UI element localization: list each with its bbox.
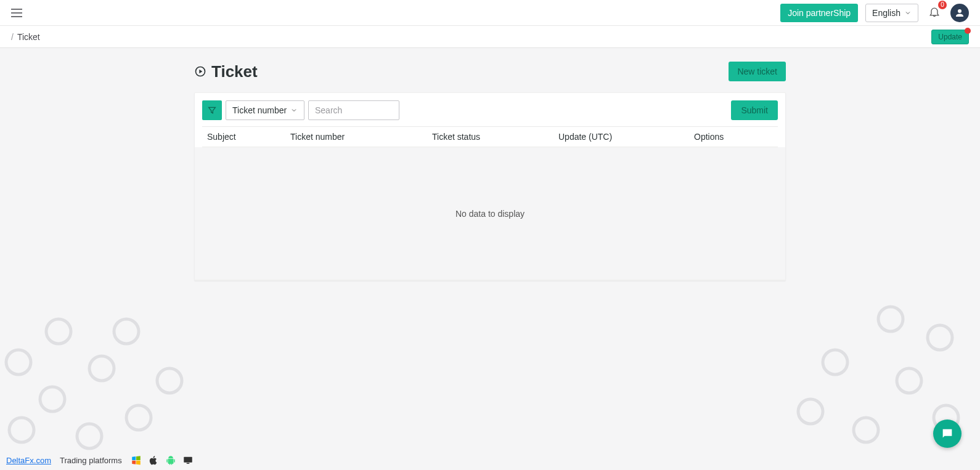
top-header-right: Join partnerShip English 0 [780, 4, 969, 22]
table-header: Subject Ticket number Ticket status Upda… [202, 126, 778, 147]
column-subject: Subject [202, 127, 285, 147]
breadcrumb: / Ticket [11, 32, 40, 42]
filter-icon [207, 105, 217, 115]
apple-icon[interactable] [148, 455, 159, 466]
page-title-text: Ticket [211, 62, 258, 81]
sub-header: / Ticket Update [0, 26, 980, 48]
android-icon[interactable] [165, 455, 176, 466]
filter-field-dropdown[interactable]: Ticket number [226, 100, 304, 120]
chat-icon [941, 427, 954, 440]
chevron-down-icon [904, 9, 912, 17]
column-ticket-number: Ticket number [285, 127, 427, 147]
hamburger-menu-icon[interactable] [11, 9, 22, 17]
column-options: Options [689, 127, 778, 147]
desktop-icon[interactable] [182, 455, 194, 466]
play-circle-icon [194, 65, 206, 78]
notifications-button[interactable]: 0 [926, 6, 943, 20]
svg-rect-2 [186, 463, 189, 464]
table-body-empty: No data to display [195, 147, 785, 280]
top-header: Join partnerShip English 0 [0, 0, 980, 26]
page-title: Ticket [194, 62, 258, 81]
search-input[interactable] [308, 100, 399, 120]
join-partnership-button[interactable]: Join partnerShip [780, 4, 858, 22]
chevron-down-icon [290, 107, 298, 114]
column-update-utc: Update (UTC) [553, 127, 689, 147]
filter-field-selected: Ticket number [232, 105, 287, 115]
filter-row: Ticket number Submit [202, 100, 778, 120]
notification-count-badge: 0 [938, 1, 947, 9]
submit-button[interactable]: Submit [731, 100, 778, 120]
breadcrumb-current: Ticket [17, 32, 40, 42]
language-select-label: English [872, 8, 900, 18]
page-title-row: Ticket New ticket [194, 62, 786, 81]
svg-rect-1 [184, 457, 192, 463]
ticket-card: Ticket number Submit Subject Ticket numb… [194, 92, 786, 281]
main-content: Ticket New ticket Ticket number Submit S… [0, 48, 980, 281]
footer-bar: DeltaFx.com Trading platforms [0, 450, 200, 470]
empty-message: No data to display [455, 209, 525, 219]
breadcrumb-separator: / [11, 32, 14, 42]
filter-button[interactable] [202, 100, 222, 120]
trading-platforms-label: Trading platforms [60, 456, 122, 465]
background-decoration [0, 285, 980, 470]
new-ticket-button[interactable]: New ticket [729, 62, 786, 81]
update-button[interactable]: Update [931, 30, 969, 44]
user-avatar[interactable] [950, 4, 969, 22]
column-ticket-status: Ticket status [427, 127, 553, 147]
user-icon [954, 7, 965, 18]
language-select[interactable]: English [865, 4, 918, 22]
windows-icon[interactable] [131, 455, 142, 466]
platform-icons [131, 455, 194, 466]
chat-fab[interactable] [933, 419, 962, 448]
site-link[interactable]: DeltaFx.com [6, 456, 51, 465]
